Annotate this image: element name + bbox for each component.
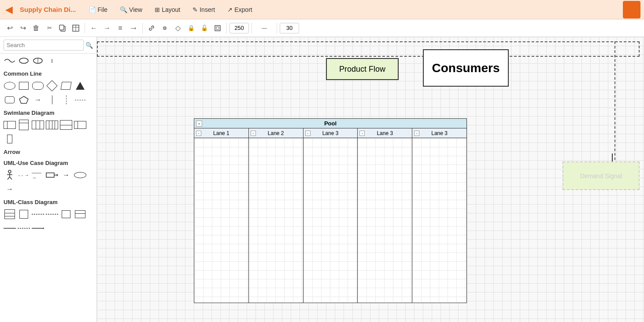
shape-rect[interactable] [18,80,30,92]
menu-export[interactable]: ↗ Export [224,4,255,15]
shape-uml-oval[interactable] [74,169,86,181]
lane-2-collapse-btn[interactable]: - [251,131,256,136]
wavy-shape-3[interactable] [32,55,44,67]
shape-uml-arrow-plain[interactable]: → [4,183,16,195]
shape-ellipse[interactable] [4,80,16,92]
svg-line-17 [10,177,12,179]
shape-parallelogram[interactable] [60,80,72,92]
link-button[interactable] [145,22,158,34]
view-icon: 🔍 [120,6,127,13]
shape-cls-dashed2[interactable] [46,208,58,220]
link-val-button[interactable]: — [255,22,274,34]
connection-button[interactable] [159,22,171,34]
lane-1-collapse-btn[interactable]: - [196,131,201,136]
shape-dashed-h[interactable] [74,94,86,106]
shape-uml-arrow2[interactable]: ——→ [32,169,44,181]
separator-1 [85,23,85,33]
top-dashed-line [97,41,640,57]
menu-file[interactable]: 📄 File [85,4,111,15]
shape-sw-3col[interactable] [32,119,44,131]
shape-uml-box-arrow[interactable] [46,169,58,181]
menu-layout[interactable]: ⊞ Layout [151,4,184,15]
arrow-left-button[interactable]: ← [88,22,100,34]
shape-sw-2h[interactable] [60,119,72,131]
lane-3-body[interactable] [303,138,358,303]
wavy-shape-2[interactable] [18,55,30,67]
shape-sw-horiz[interactable] [4,119,16,131]
separator-2 [142,23,143,33]
cut-button[interactable]: ✂ [43,22,56,34]
pool-collapse-button[interactable]: - [196,121,202,127]
shape-cls-line3[interactable] [32,222,44,234]
frame-button[interactable] [211,22,224,34]
lane-5: - Lane 3 [412,128,466,303]
search-icon[interactable]: 🔍 [85,42,93,49]
search-input[interactable] [4,40,84,51]
svg-marker-26 [43,227,44,229]
shape-sw-single[interactable] [4,133,16,145]
undo-button[interactable]: ↩ [4,22,16,34]
search-box: 🔍 [0,37,96,54]
menu-view[interactable]: 🔍 View [116,4,146,15]
table-button[interactable] [70,22,82,34]
shape-cls-rect[interactable] [4,208,16,220]
wavy-shape-1[interactable] [4,55,16,67]
svg-rect-18 [46,173,54,177]
copy-icon [59,25,66,32]
lane-4: - Lane 3 [358,128,412,303]
lines-button[interactable]: ≡ [114,22,126,34]
svg-rect-1 [59,25,64,30]
shape-sw-4col[interactable] [46,119,58,131]
back-button[interactable]: ◀ [4,4,15,15]
lane-2-body[interactable] [249,138,303,303]
shape-cls-note[interactable] [60,208,72,220]
arrow-right-button[interactable]: → [101,22,113,34]
copy-button[interactable] [56,22,69,34]
lane-3: - Lane 3 [303,128,358,303]
separator-4 [252,23,252,33]
diamond-button[interactable]: ◇ [172,22,184,34]
shape-rounded[interactable] [32,80,44,92]
export-icon: ↗ [227,6,233,13]
redo-button[interactable]: ↪ [17,22,29,34]
shape-uml-arrow3[interactable]: → [60,169,72,181]
lane-5-collapse-btn[interactable]: - [414,131,419,136]
arrow-right2-button[interactable]: → [127,22,140,34]
unlock-button[interactable]: 🔓 [198,22,211,34]
lane-1-body[interactable] [194,138,248,303]
lane-4-body[interactable] [358,138,412,303]
lock-button[interactable]: 🔒 [185,22,197,34]
lanes-row: - Lane 1 - Lane 2 - Lane 3 [194,128,466,303]
table-icon [72,25,79,32]
lane-4-collapse-btn[interactable]: - [359,131,365,136]
shape-cls-line2[interactable] [18,222,30,234]
demand-signal-box[interactable]: Demand Signal [563,161,640,190]
shape-cls-rect3[interactable] [74,208,86,220]
shape-sw-vert[interactable] [18,119,30,131]
menu-insert[interactable]: ✎ Insert [189,4,218,15]
shape-diamond[interactable] [46,80,58,92]
shape-triangle[interactable] [74,80,86,92]
shape-cls-line1[interactable] [4,222,16,234]
separator-3 [226,23,227,33]
shape-speech[interactable] [4,94,16,106]
section-common-line: Common Line [0,68,96,79]
shape-uml-arrow1[interactable]: - - → [18,169,30,181]
shape-actor[interactable] [4,169,16,181]
shape-dashed-v[interactable] [60,94,72,106]
wavy-shape-4[interactable]: I [46,55,58,67]
shape-line-v[interactable] [46,94,58,106]
shape-cls-rect2[interactable] [18,208,30,220]
shape-arrow-right[interactable]: → [32,94,44,106]
product-flow-box[interactable]: Product Flow [326,58,399,80]
lane-5-body[interactable] [412,138,466,303]
lane-3-collapse-btn[interactable]: - [305,131,311,136]
shape-sw-wide[interactable] [74,119,86,131]
shape-pentagon[interactable] [18,94,30,106]
delete-button[interactable]: 🗑 [30,22,42,34]
consumers-box[interactable]: Consumers [423,49,509,87]
sidebar: 🔍 I Common Line [0,37,97,322]
shape-cls-dashed[interactable] [32,208,44,220]
num-input[interactable] [280,23,299,33]
zoom-input[interactable] [229,23,249,33]
